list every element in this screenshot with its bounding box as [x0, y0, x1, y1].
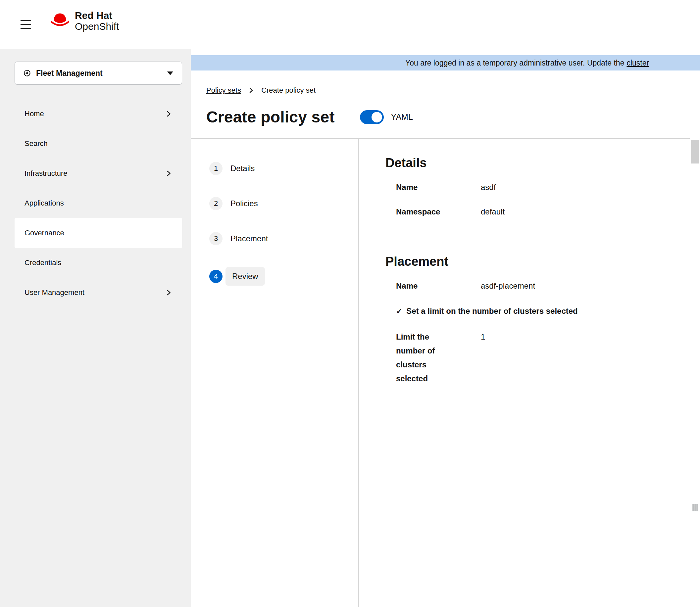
fleet-management-icon [23, 69, 31, 77]
toggle-knob [372, 112, 382, 123]
sidebar-item-home[interactable]: Home [15, 99, 182, 129]
banner-message: You are logged in as a temporary adminis… [405, 59, 624, 67]
caret-down-icon [167, 71, 173, 75]
sidebar-item-label: Search [24, 139, 48, 148]
brand-text: Red Hat OpenShift [75, 10, 119, 32]
sidebar-item-credentials[interactable]: Credentials [15, 248, 182, 278]
step-number-badge: 2 [209, 197, 223, 210]
field-label-namespace: Namespace [396, 207, 481, 217]
chevron-right-icon [166, 289, 171, 296]
cluster-limit-checkbox-label: Set a limit on the number of clusters se… [406, 306, 577, 316]
step-label: Policies [230, 199, 258, 208]
breadcrumb: Policy sets Create policy set [206, 86, 315, 95]
cluster-limit-label: Limit the number of clusters selected [396, 330, 459, 385]
page-header: Create policy set YAML [206, 108, 413, 126]
details-section-heading: Details [386, 155, 690, 170]
sidebar-item-label: Credentials [24, 258, 61, 267]
field-label-placement-name: Name [396, 281, 481, 291]
wizard-step-review[interactable]: 4 Review [209, 267, 358, 286]
details-field-list: Name asdf Namespace default [396, 182, 690, 217]
masthead: Red Hat OpenShift [0, 0, 700, 49]
nav-toggle-hamburger-icon[interactable] [21, 20, 32, 29]
main-content: You are logged in as a temporary adminis… [191, 49, 700, 607]
step-label: Review [226, 267, 265, 286]
step-number-badge: 1 [209, 162, 223, 175]
sidebar-item-infrastructure[interactable]: Infrastructure [15, 159, 182, 188]
sidebar-item-label: Governance [24, 229, 64, 237]
step-label: Details [230, 164, 255, 173]
sidebar-item-search[interactable]: Search [15, 129, 182, 159]
breadcrumb-policy-sets-link[interactable]: Policy sets [206, 86, 241, 95]
placement-section-heading: Placement [386, 254, 690, 269]
login-notice-banner: You are logged in as a temporary adminis… [191, 55, 700, 70]
perspective-label: Fleet Management [36, 69, 162, 78]
check-icon: ✓ [396, 306, 402, 316]
right-panel-strip [690, 139, 700, 607]
field-value-name: asdf [481, 182, 690, 192]
cluster-limit-field: Limit the number of clusters selected 1 [396, 330, 690, 385]
openshift-console: { "masthead": { "brand_top": "Red Hat", … [0, 0, 700, 607]
sidebar-item-applications[interactable]: Applications [15, 188, 182, 218]
yaml-toggle-group: YAML [360, 110, 413, 124]
wizard-step-nav: 1 Details 2 Policies 3 Placement 4 Revie… [191, 139, 358, 607]
sidebar-item-label: User Management [24, 288, 84, 297]
banner-cluster-link[interactable]: cluster [626, 59, 649, 67]
breadcrumb-current: Create policy set [261, 86, 315, 95]
cluster-limit-value: 1 [481, 330, 690, 385]
yaml-toggle-switch[interactable] [360, 110, 384, 124]
sidebar-item-label: Home [24, 109, 44, 118]
wizard-step-details[interactable]: 1 Details [209, 162, 358, 175]
panel-resize-grip-icon[interactable] [693, 504, 698, 511]
sidebar: Fleet Management Home Search Infrastruct… [0, 49, 191, 607]
page-title: Create policy set [206, 108, 335, 126]
chevron-right-icon [249, 87, 253, 94]
sidebar-item-label: Applications [24, 199, 64, 208]
step-number-badge: 4 [209, 270, 223, 283]
sidebar-nav: Home Search Infrastructure Applications … [0, 99, 191, 308]
step-label: Placement [230, 234, 268, 243]
brand-logo[interactable]: Red Hat OpenShift [49, 10, 119, 32]
yaml-toggle-label: YAML [391, 112, 413, 122]
perspective-switcher[interactable]: Fleet Management [15, 62, 182, 85]
brand-name-bottom: OpenShift [75, 21, 119, 32]
field-label-name: Name [396, 182, 481, 192]
placement-field-list: Name asdf-placement [396, 281, 690, 291]
chevron-right-icon [166, 170, 171, 177]
wizard-step-policies[interactable]: 2 Policies [209, 197, 358, 210]
review-pane: Details Name asdf Namespace default Plac… [359, 139, 690, 607]
sidebar-item-label: Infrastructure [24, 169, 67, 178]
cluster-limit-checkbox-row: ✓ Set a limit on the number of clusters … [396, 306, 690, 316]
sidebar-item-user-management[interactable]: User Management [15, 278, 182, 308]
chevron-right-icon [166, 110, 171, 118]
field-value-placement-name: asdf-placement [481, 281, 690, 291]
scrollbar-thumb[interactable] [691, 140, 699, 164]
brand-name-top: Red Hat [75, 10, 119, 21]
wizard-step-placement[interactable]: 3 Placement [209, 232, 358, 245]
step-number-badge: 3 [209, 232, 223, 245]
field-value-namespace: default [481, 207, 690, 217]
redhat-fedora-icon [49, 12, 71, 27]
sidebar-item-governance[interactable]: Governance [15, 218, 182, 248]
